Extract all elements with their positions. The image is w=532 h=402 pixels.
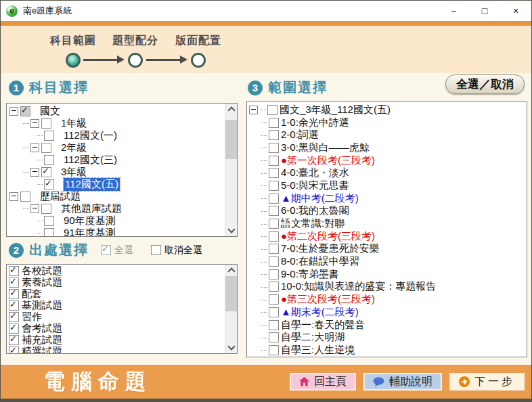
range-tree-item[interactable]: 1-0:余光中詩選 [249,116,527,129]
range-checkbox[interactable] [267,105,278,115]
range-tree-item[interactable]: 3-0:黑與白——虎鯨 [249,141,527,154]
tree-checkbox[interactable] [44,179,54,189]
source-list-item[interactable]: 基測試題 [7,300,237,311]
source-list-item[interactable]: 素養試題 [7,277,237,288]
range-tree-item[interactable]: ▲期末考(二段考) [249,306,527,319]
subject-tree-item[interactable]: 112國文(三) [8,154,237,166]
subject-tree-item[interactable]: 1年級 [8,117,237,129]
next-step-button[interactable]: 下一步 [449,373,525,390]
range-tree-item[interactable]: 9-0:寄弟墨書 [249,268,527,281]
range-checkbox[interactable] [269,194,279,204]
source-list-item[interactable]: 各校試題 [7,265,237,277]
scrollbar-thumb[interactable] [225,276,237,311]
range-checkbox[interactable] [269,244,279,254]
step-circle-1[interactable] [66,53,81,68]
maximize-button[interactable]: □ [469,1,500,21]
collapse-toggle-icon[interactable] [249,106,258,114]
source-checkbox[interactable] [9,312,19,322]
range-checkbox[interactable] [269,181,279,191]
source-checkbox[interactable] [9,335,19,345]
source-checkbox[interactable] [9,277,19,288]
range-tree-item[interactable]: 4-0:臺北・淡水 [249,166,527,179]
range-checkbox[interactable] [269,219,279,229]
scroll-down-icon[interactable] [225,225,237,236]
range-tree-item[interactable]: 自學三:人生逆境 [249,344,527,357]
tree-checkbox[interactable] [41,118,51,129]
range-tree-item[interactable]: 自學一:春天的聲音 [249,319,527,332]
collapse-toggle-icon[interactable] [30,143,39,152]
range-tree-item[interactable]: 8-0:在錯誤中學習 [249,255,527,268]
collapse-toggle-icon[interactable] [30,204,39,213]
tree-checkbox[interactable] [44,131,54,141]
subject-tree-item[interactable]: 國文 [8,105,237,117]
scroll-up-icon[interactable] [225,265,237,276]
source-checkbox[interactable] [9,289,19,299]
range-checkbox[interactable] [269,206,279,216]
source-list-item[interactable]: 補充試題 [7,334,237,346]
range-tree-item[interactable]: 7-0:生於憂患死於安樂 [249,243,527,256]
subject-tree-item[interactable]: 90年度基測 [8,215,237,227]
source-checkbox[interactable] [9,347,19,354]
range-tree-item[interactable]: 6-0:我的太魯閣 [249,205,527,218]
range-checkbox[interactable] [269,256,279,267]
scroll-down-icon[interactable] [225,342,237,353]
range-checkbox[interactable] [269,307,279,317]
tree-checkbox[interactable] [44,216,54,226]
range-checkbox[interactable] [269,269,279,280]
range-tree-item[interactable]: 國文_3年級_112國文(五) [249,104,527,116]
select-all-toggle-button[interactable]: 全選／取消 [445,74,525,94]
step-circle-2[interactable] [128,53,143,68]
collapse-toggle-icon[interactable] [30,119,39,128]
deselect-all-checkbox[interactable] [151,245,161,255]
tree-checkbox[interactable] [41,143,51,153]
range-checkbox[interactable] [269,130,279,140]
subject-tree-item[interactable]: 112國文(五) [8,178,237,190]
subject-tree-item[interactable]: 其他題庫試題 [8,202,237,215]
range-checkbox[interactable] [269,118,279,128]
scrollbar-thumb[interactable] [225,120,237,159]
tree-checkbox[interactable] [44,155,54,165]
tree-checkbox[interactable] [20,192,30,202]
subject-tree-item[interactable]: 91年度基測 [8,227,237,237]
collapse-toggle-icon[interactable] [30,168,39,177]
source-list-item[interactable]: 精選試題 [7,346,237,354]
range-tree-item[interactable]: ●第二次段考(三段考) [249,230,527,243]
close-button[interactable]: × [500,1,531,21]
range-tree-item[interactable]: ▲期中考(二段考) [249,192,527,205]
range-checkbox[interactable] [269,231,279,242]
subject-tree-item[interactable]: 2年級 [8,141,237,154]
range-checkbox[interactable] [269,168,279,178]
range-checkbox[interactable] [269,156,279,166]
range-tree-item[interactable]: 自學二:大明湖 [249,331,527,344]
source-list-item[interactable]: 配套 [7,288,237,300]
subject-tree-item[interactable]: 112國文(一) [8,129,237,141]
home-button[interactable]: 回主頁 [290,373,356,390]
range-tree-item[interactable]: 2-0:詞選 [249,129,527,141]
tree-checkbox[interactable] [41,204,51,214]
tree-checkbox[interactable] [41,167,51,177]
tree-checkbox[interactable] [44,228,54,238]
source-list-scrollbar[interactable] [225,265,237,353]
source-checkbox[interactable] [9,266,19,276]
source-checkbox[interactable] [9,323,19,334]
range-tree-item[interactable]: ●第三次段考(三段考) [249,293,527,306]
source-list-item[interactable]: 會考試題 [7,323,237,334]
step-circle-3[interactable] [191,53,206,68]
subject-tree-item[interactable]: 3年級 [8,166,237,178]
range-tree-item[interactable]: 5-0:與宋元思書 [249,179,527,192]
scroll-up-icon[interactable] [225,104,237,115]
range-checkbox[interactable] [269,320,279,330]
source-list-item[interactable]: 習作 [7,311,237,323]
select-all-checkbox[interactable] [101,245,111,255]
collapse-toggle-icon[interactable] [9,107,18,116]
minimize-button[interactable]: − [438,1,469,21]
subject-tree-scrollbar[interactable] [225,104,237,236]
help-button[interactable]: 輔助說明 [363,373,442,390]
collapse-toggle-icon[interactable] [9,192,18,201]
source-checkbox[interactable] [9,300,19,311]
range-tree-item[interactable]: 10-0:知識與表達的盛宴：專題報告 [249,281,527,294]
tree-checkbox[interactable] [20,106,30,116]
range-checkbox[interactable] [269,282,279,292]
range-checkbox[interactable] [269,143,279,153]
range-tree-item[interactable]: 語文常識:對聯 [249,217,527,230]
